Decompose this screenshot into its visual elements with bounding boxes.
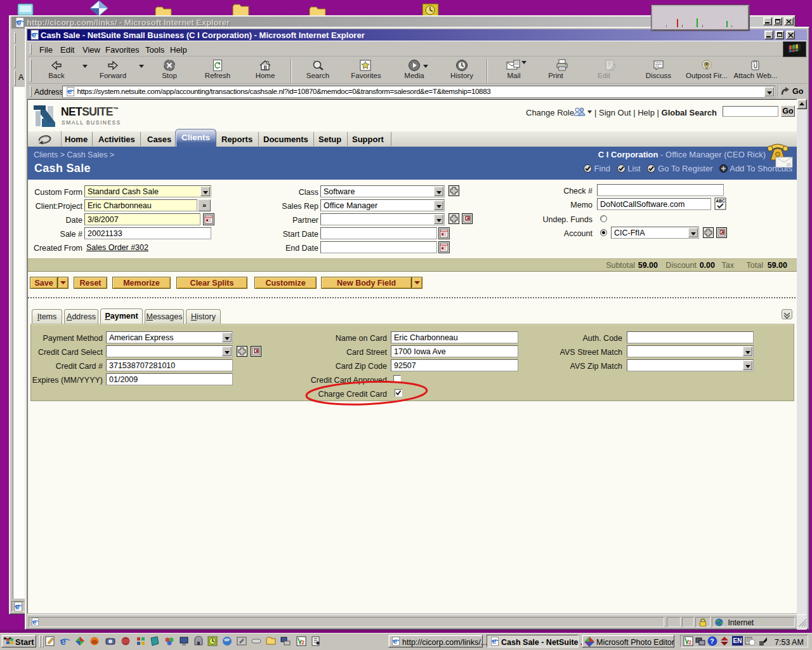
svg-text:2: 2 bbox=[688, 639, 691, 646]
svg-text:e: e bbox=[60, 636, 66, 647]
svg-text:ABC: ABC bbox=[716, 199, 725, 203]
svg-text:2: 2 bbox=[301, 639, 304, 646]
svg-text:?: ? bbox=[710, 637, 714, 645]
